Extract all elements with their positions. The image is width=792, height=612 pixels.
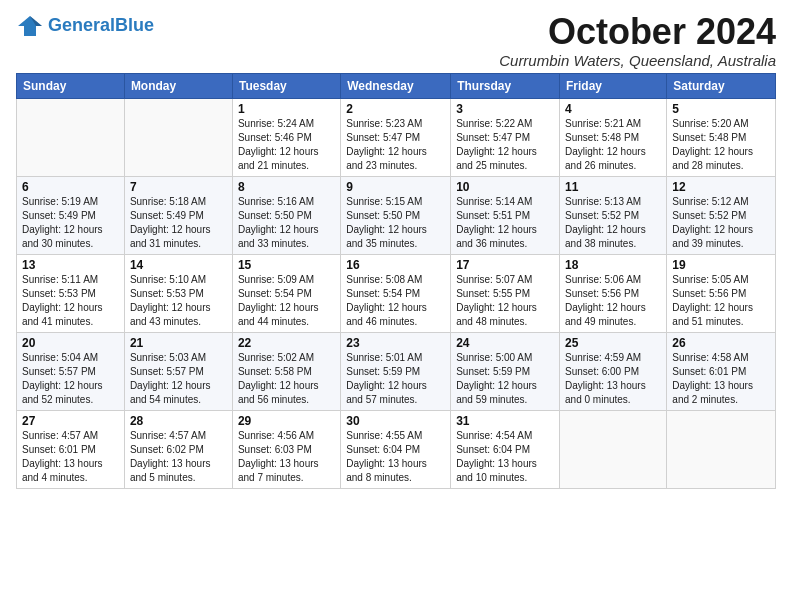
day-info: Sunrise: 5:12 AM Sunset: 5:52 PM Dayligh… — [672, 195, 770, 251]
day-info: Sunrise: 5:11 AM Sunset: 5:53 PM Dayligh… — [22, 273, 119, 329]
calendar-body: 1Sunrise: 5:24 AM Sunset: 5:46 PM Daylig… — [17, 98, 776, 488]
day-info: Sunrise: 5:02 AM Sunset: 5:58 PM Dayligh… — [238, 351, 335, 407]
day-number: 9 — [346, 180, 445, 194]
day-cell: 28Sunrise: 4:57 AM Sunset: 6:02 PM Dayli… — [124, 410, 232, 488]
day-cell: 23Sunrise: 5:01 AM Sunset: 5:59 PM Dayli… — [341, 332, 451, 410]
day-info: Sunrise: 5:19 AM Sunset: 5:49 PM Dayligh… — [22, 195, 119, 251]
day-number: 23 — [346, 336, 445, 350]
day-number: 3 — [456, 102, 554, 116]
day-cell: 31Sunrise: 4:54 AM Sunset: 6:04 PM Dayli… — [451, 410, 560, 488]
day-cell: 12Sunrise: 5:12 AM Sunset: 5:52 PM Dayli… — [667, 176, 776, 254]
header-tuesday: Tuesday — [232, 73, 340, 98]
day-number: 26 — [672, 336, 770, 350]
day-cell: 17Sunrise: 5:07 AM Sunset: 5:55 PM Dayli… — [451, 254, 560, 332]
day-cell: 3Sunrise: 5:22 AM Sunset: 5:47 PM Daylig… — [451, 98, 560, 176]
header-wednesday: Wednesday — [341, 73, 451, 98]
day-number: 7 — [130, 180, 227, 194]
day-number: 30 — [346, 414, 445, 428]
day-cell: 18Sunrise: 5:06 AM Sunset: 5:56 PM Dayli… — [560, 254, 667, 332]
day-info: Sunrise: 4:54 AM Sunset: 6:04 PM Dayligh… — [456, 429, 554, 485]
day-cell: 7Sunrise: 5:18 AM Sunset: 5:49 PM Daylig… — [124, 176, 232, 254]
header: GeneralBlue October 2024 Currumbin Water… — [16, 12, 776, 69]
day-number: 16 — [346, 258, 445, 272]
day-info: Sunrise: 5:00 AM Sunset: 5:59 PM Dayligh… — [456, 351, 554, 407]
day-info: Sunrise: 5:21 AM Sunset: 5:48 PM Dayligh… — [565, 117, 661, 173]
day-cell: 26Sunrise: 4:58 AM Sunset: 6:01 PM Dayli… — [667, 332, 776, 410]
day-number: 25 — [565, 336, 661, 350]
logo-text: GeneralBlue — [48, 16, 154, 36]
day-cell: 2Sunrise: 5:23 AM Sunset: 5:47 PM Daylig… — [341, 98, 451, 176]
day-info: Sunrise: 5:06 AM Sunset: 5:56 PM Dayligh… — [565, 273, 661, 329]
day-info: Sunrise: 5:13 AM Sunset: 5:52 PM Dayligh… — [565, 195, 661, 251]
header-sunday: Sunday — [17, 73, 125, 98]
day-cell: 19Sunrise: 5:05 AM Sunset: 5:56 PM Dayli… — [667, 254, 776, 332]
day-info: Sunrise: 4:58 AM Sunset: 6:01 PM Dayligh… — [672, 351, 770, 407]
day-number: 11 — [565, 180, 661, 194]
logo-line1: General — [48, 15, 115, 35]
day-cell — [17, 98, 125, 176]
day-cell — [124, 98, 232, 176]
day-info: Sunrise: 5:04 AM Sunset: 5:57 PM Dayligh… — [22, 351, 119, 407]
day-cell: 11Sunrise: 5:13 AM Sunset: 5:52 PM Dayli… — [560, 176, 667, 254]
week-row-4: 20Sunrise: 5:04 AM Sunset: 5:57 PM Dayli… — [17, 332, 776, 410]
day-info: Sunrise: 5:16 AM Sunset: 5:50 PM Dayligh… — [238, 195, 335, 251]
day-cell: 15Sunrise: 5:09 AM Sunset: 5:54 PM Dayli… — [232, 254, 340, 332]
day-number: 6 — [22, 180, 119, 194]
day-info: Sunrise: 5:22 AM Sunset: 5:47 PM Dayligh… — [456, 117, 554, 173]
week-row-5: 27Sunrise: 4:57 AM Sunset: 6:01 PM Dayli… — [17, 410, 776, 488]
day-cell: 24Sunrise: 5:00 AM Sunset: 5:59 PM Dayli… — [451, 332, 560, 410]
day-number: 20 — [22, 336, 119, 350]
day-info: Sunrise: 5:15 AM Sunset: 5:50 PM Dayligh… — [346, 195, 445, 251]
day-number: 21 — [130, 336, 227, 350]
header-row: SundayMondayTuesdayWednesdayThursdayFrid… — [17, 73, 776, 98]
day-cell: 13Sunrise: 5:11 AM Sunset: 5:53 PM Dayli… — [17, 254, 125, 332]
day-cell: 5Sunrise: 5:20 AM Sunset: 5:48 PM Daylig… — [667, 98, 776, 176]
header-saturday: Saturday — [667, 73, 776, 98]
location: Currumbin Waters, Queensland, Australia — [499, 52, 776, 69]
day-info: Sunrise: 5:05 AM Sunset: 5:56 PM Dayligh… — [672, 273, 770, 329]
day-number: 28 — [130, 414, 227, 428]
day-info: Sunrise: 4:59 AM Sunset: 6:00 PM Dayligh… — [565, 351, 661, 407]
day-number: 1 — [238, 102, 335, 116]
calendar-header: SundayMondayTuesdayWednesdayThursdayFrid… — [17, 73, 776, 98]
header-monday: Monday — [124, 73, 232, 98]
day-cell: 22Sunrise: 5:02 AM Sunset: 5:58 PM Dayli… — [232, 332, 340, 410]
day-info: Sunrise: 5:07 AM Sunset: 5:55 PM Dayligh… — [456, 273, 554, 329]
logo-line2: Blue — [115, 15, 154, 35]
day-number: 19 — [672, 258, 770, 272]
day-info: Sunrise: 5:01 AM Sunset: 5:59 PM Dayligh… — [346, 351, 445, 407]
day-number: 27 — [22, 414, 119, 428]
week-row-1: 1Sunrise: 5:24 AM Sunset: 5:46 PM Daylig… — [17, 98, 776, 176]
day-cell: 9Sunrise: 5:15 AM Sunset: 5:50 PM Daylig… — [341, 176, 451, 254]
week-row-2: 6Sunrise: 5:19 AM Sunset: 5:49 PM Daylig… — [17, 176, 776, 254]
day-number: 4 — [565, 102, 661, 116]
day-cell: 21Sunrise: 5:03 AM Sunset: 5:57 PM Dayli… — [124, 332, 232, 410]
day-info: Sunrise: 5:23 AM Sunset: 5:47 PM Dayligh… — [346, 117, 445, 173]
day-cell: 25Sunrise: 4:59 AM Sunset: 6:00 PM Dayli… — [560, 332, 667, 410]
day-number: 12 — [672, 180, 770, 194]
day-cell: 6Sunrise: 5:19 AM Sunset: 5:49 PM Daylig… — [17, 176, 125, 254]
day-cell: 29Sunrise: 4:56 AM Sunset: 6:03 PM Dayli… — [232, 410, 340, 488]
day-number: 31 — [456, 414, 554, 428]
day-number: 14 — [130, 258, 227, 272]
day-info: Sunrise: 5:24 AM Sunset: 5:46 PM Dayligh… — [238, 117, 335, 173]
day-cell: 20Sunrise: 5:04 AM Sunset: 5:57 PM Dayli… — [17, 332, 125, 410]
day-info: Sunrise: 5:14 AM Sunset: 5:51 PM Dayligh… — [456, 195, 554, 251]
day-info: Sunrise: 5:20 AM Sunset: 5:48 PM Dayligh… — [672, 117, 770, 173]
day-number: 24 — [456, 336, 554, 350]
week-row-3: 13Sunrise: 5:11 AM Sunset: 5:53 PM Dayli… — [17, 254, 776, 332]
day-cell: 1Sunrise: 5:24 AM Sunset: 5:46 PM Daylig… — [232, 98, 340, 176]
day-cell — [560, 410, 667, 488]
day-number: 8 — [238, 180, 335, 194]
day-number: 22 — [238, 336, 335, 350]
day-cell: 27Sunrise: 4:57 AM Sunset: 6:01 PM Dayli… — [17, 410, 125, 488]
day-number: 13 — [22, 258, 119, 272]
day-info: Sunrise: 5:03 AM Sunset: 5:57 PM Dayligh… — [130, 351, 227, 407]
logo: GeneralBlue — [16, 12, 154, 40]
day-info: Sunrise: 4:57 AM Sunset: 6:02 PM Dayligh… — [130, 429, 227, 485]
month-title: October 2024 — [499, 12, 776, 52]
day-cell: 16Sunrise: 5:08 AM Sunset: 5:54 PM Dayli… — [341, 254, 451, 332]
day-info: Sunrise: 4:57 AM Sunset: 6:01 PM Dayligh… — [22, 429, 119, 485]
page-container: GeneralBlue October 2024 Currumbin Water… — [0, 0, 792, 497]
day-cell: 14Sunrise: 5:10 AM Sunset: 5:53 PM Dayli… — [124, 254, 232, 332]
